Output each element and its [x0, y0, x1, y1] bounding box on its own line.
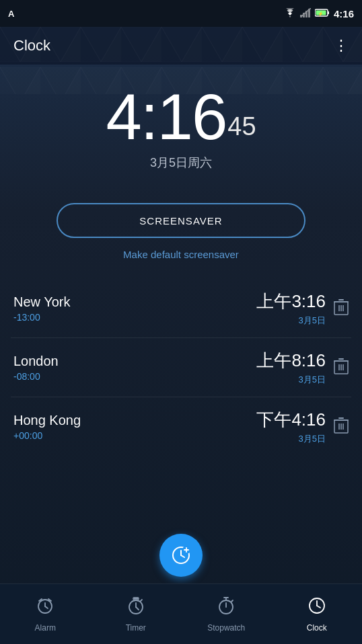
svg-line-39: [45, 606, 48, 608]
city-info-hong-kong: Hong Kong +00:00: [13, 413, 81, 441]
city-name-new-york: New York: [13, 294, 71, 310]
signal-icon: [300, 8, 311, 19]
svg-line-55: [317, 606, 320, 608]
city-date-new-york: 3月5日: [256, 315, 326, 327]
city-time-block-hong-kong: 下午4:16 3月5日: [256, 408, 326, 445]
clock-date: 3月5日周六: [0, 155, 362, 171]
timer-nav-label: Timer: [126, 623, 146, 633]
city-offset-hong-kong: +00:00: [13, 430, 81, 441]
city-time-block-new-york: 上午3:16 3月5日: [256, 290, 326, 327]
svg-line-33: [181, 555, 184, 557]
nav-item-stopwatch[interactable]: Stopwatch: [181, 596, 272, 633]
delete-new-york-button[interactable]: [334, 298, 349, 319]
clock-nav-icon: [307, 596, 326, 620]
city-info-new-york: New York -13:00: [13, 294, 71, 323]
status-bar-right: ⚡ 4:16: [284, 8, 354, 19]
svg-line-52: [231, 600, 233, 602]
clock-seconds: 45: [227, 112, 256, 140]
add-world-clock-fab[interactable]: [159, 534, 203, 577]
clock-row-new-york: New York -13:00 上午3:16 3月5日: [11, 279, 351, 338]
city-time-new-york: 上午3:16: [256, 290, 326, 313]
screensaver-button[interactable]: SCREENSAVER: [57, 203, 305, 238]
city-offset-new-york: -13:00: [13, 312, 71, 323]
city-time-right-new-york: 上午3:16 3月5日: [256, 290, 349, 327]
alarm-icon: [36, 596, 55, 620]
delete-london-button[interactable]: [334, 357, 349, 378]
stopwatch-nav-label: Stopwatch: [207, 623, 245, 633]
bottom-navigation: Alarm Timer: [0, 583, 362, 644]
city-time-block-london: 上午8:16 3月5日: [256, 349, 326, 386]
nav-item-clock[interactable]: Clock: [272, 596, 363, 633]
city-date-hong-kong: 3月5日: [256, 433, 326, 445]
main-clock-time: 4:1645: [0, 85, 362, 149]
alarm-nav-label: Alarm: [35, 623, 56, 633]
city-name-london: London: [13, 354, 59, 369]
nav-item-timer[interactable]: Timer: [91, 596, 182, 633]
city-time-london: 上午8:16: [256, 349, 326, 372]
city-time-right-london: 上午8:16 3月5日: [256, 349, 349, 386]
city-time-right-hong-kong: 下午4:16 3月5日: [256, 408, 349, 445]
city-offset-london: -08:00: [13, 371, 59, 382]
world-clocks-list: New York -13:00 上午3:16 3月5日: [0, 279, 362, 456]
wifi-icon: [284, 8, 296, 19]
svg-rect-43: [134, 598, 138, 599]
clock-nav-label: Clock: [307, 623, 327, 633]
city-time-hong-kong: 下午4:16: [256, 408, 326, 432]
stopwatch-icon: [217, 596, 236, 620]
fab-icon: [171, 545, 191, 565]
nav-item-alarm[interactable]: Alarm: [0, 596, 91, 633]
svg-line-46: [136, 607, 139, 610]
city-name-hong-kong: Hong Kong: [13, 413, 81, 428]
clock-hours-minutes: 4:16: [106, 85, 226, 149]
main-content: Clock ⋮ 4:1645 3月5日周六 SCREENSAVER Make d…: [0, 27, 362, 644]
clock-row-london: London -08:00 上午8:16 3月5日: [11, 338, 351, 397]
status-bar: A ⚡: [0, 0, 362, 27]
city-info-london: London -08:00: [13, 354, 59, 382]
timer-icon: [126, 596, 145, 620]
battery-icon: ⚡: [315, 8, 330, 19]
svg-text:⚡: ⚡: [318, 11, 324, 17]
status-bar-time: 4:16: [334, 8, 354, 19]
clock-row-hong-kong: Hong Kong +00:00 下午4:16 3月5日: [11, 397, 351, 456]
city-date-london: 3月5日: [256, 374, 326, 386]
status-bar-a-icon: A: [8, 9, 14, 19]
svg-line-47: [141, 600, 142, 601]
make-default-screensaver-link[interactable]: Make default screensaver: [0, 249, 362, 260]
svg-rect-6: [328, 11, 329, 14]
delete-hong-kong-button[interactable]: [334, 416, 349, 438]
